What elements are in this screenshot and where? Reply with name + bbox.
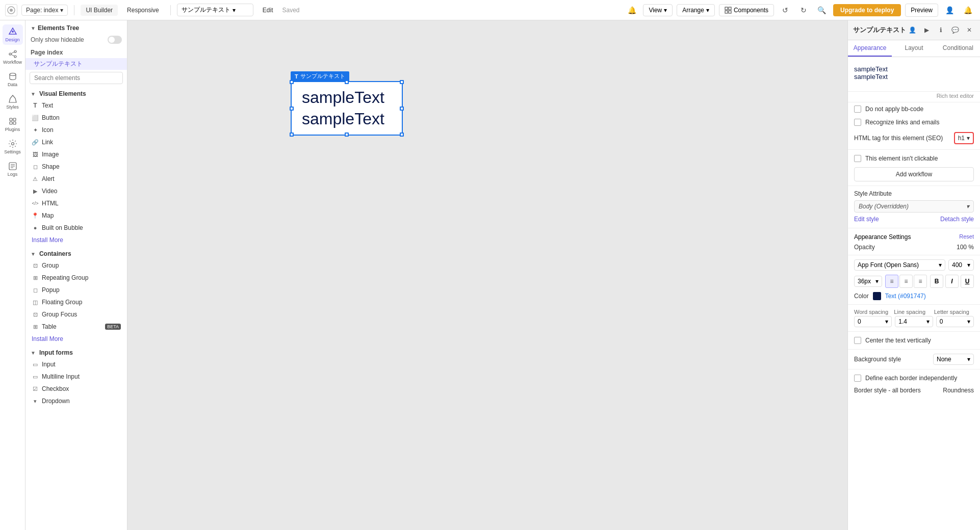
sidebar-item-logs[interactable]: Logs xyxy=(3,159,23,179)
element-repeating-group[interactable]: ⊞ Repeating Group xyxy=(25,272,127,284)
topbar-view-btn[interactable]: View ▾ xyxy=(643,4,673,16)
rp-info-icon[interactable]: ℹ xyxy=(935,24,946,36)
sidebar-item-settings[interactable]: Settings xyxy=(3,137,23,157)
rp-recognize-links-row[interactable]: Recognize links and emails xyxy=(848,116,980,129)
element-html[interactable]: </> HTML xyxy=(25,197,127,209)
resize-handle-bottom-left[interactable] xyxy=(290,132,294,137)
visual-elements-header[interactable]: ▼ Visual Elements xyxy=(25,86,127,99)
rp-tab-layout[interactable]: Layout xyxy=(892,40,936,57)
color-swatch[interactable] xyxy=(873,292,881,300)
resize-handle-top-right[interactable] xyxy=(400,80,404,84)
element-input[interactable]: ▭ Input xyxy=(25,358,127,370)
install-more-visual-btn[interactable]: Install More xyxy=(25,234,127,246)
rp-user-icon[interactable]: 👤 xyxy=(907,24,918,36)
topbar-tab-ui-builder[interactable]: UI Builder xyxy=(81,5,118,16)
font-family-select[interactable]: App Font (Open Sans) ▾ xyxy=(854,259,945,271)
resize-handle-middle-right[interactable] xyxy=(400,107,404,111)
color-value-link[interactable]: Text (#091747) xyxy=(885,293,926,300)
element-dropdown[interactable]: ▾ Dropdown xyxy=(25,395,127,407)
resize-handle-bottom-right[interactable] xyxy=(400,132,404,137)
element-icon[interactable]: ✦ Icon xyxy=(25,124,127,136)
bb-code-checkbox[interactable] xyxy=(854,105,861,113)
edit-style-link[interactable]: Edit style xyxy=(854,216,879,223)
element-alert[interactable]: ⚠ Alert xyxy=(25,173,127,185)
element-group-focus[interactable]: ⊡ Group Focus xyxy=(25,308,127,321)
element-floating-group[interactable]: ◫ Floating Group xyxy=(25,296,127,308)
template-selector[interactable]: サンプルテキスト ▾ xyxy=(177,4,253,16)
topbar-user-icon[interactable]: 👤 xyxy=(942,3,957,17)
background-style-select[interactable]: None ▾ xyxy=(933,354,974,365)
topbar-search-icon[interactable]: 🔍 xyxy=(815,3,829,17)
element-group[interactable]: ⊡ Group xyxy=(25,259,127,272)
sidebar-item-data[interactable]: Data xyxy=(3,69,23,90)
topbar-edit-btn[interactable]: Edit xyxy=(257,5,278,16)
resize-handle-top-left[interactable] xyxy=(290,80,294,84)
define-border-checkbox[interactable] xyxy=(854,375,861,382)
element-table[interactable]: ⊞ Table BETA xyxy=(25,321,127,333)
rp-rich-text-editor-link[interactable]: Rich text editor xyxy=(848,92,980,102)
rp-not-clickable-row[interactable]: This element isn't clickable xyxy=(848,152,980,165)
install-more-containers-btn[interactable]: Install More xyxy=(25,333,127,345)
search-input[interactable] xyxy=(30,72,123,84)
hideable-toggle[interactable] xyxy=(108,36,122,44)
html-tag-select[interactable]: h1 ▾ xyxy=(954,132,974,144)
topbar-tab-responsive[interactable]: Responsive xyxy=(122,5,164,16)
element-built-on-bubble[interactable]: ● Built on Bubble xyxy=(25,222,127,234)
sidebar-item-styles[interactable]: Styles xyxy=(3,92,23,112)
element-multiline-input[interactable]: ▭ Multiline Input xyxy=(25,370,127,383)
sidebar-item-design[interactable]: Design xyxy=(3,24,23,45)
page-selector[interactable]: Page: index ▾ xyxy=(21,5,68,16)
sidebar-item-plugins[interactable]: Plugins xyxy=(3,114,23,135)
word-spacing-input[interactable]: 0 ▾ xyxy=(854,316,892,327)
add-workflow-button[interactable]: Add workflow xyxy=(854,167,974,181)
align-left-btn[interactable]: ≡ xyxy=(885,275,898,288)
element-checkbox[interactable]: ☑ Checkbox xyxy=(25,383,127,395)
preview-button[interactable]: Preview xyxy=(905,4,938,17)
canvas-element[interactable]: sampleText sampleText xyxy=(291,81,403,136)
element-link[interactable]: 🔗 Link xyxy=(25,136,127,148)
underline-btn[interactable]: U xyxy=(961,275,974,288)
resize-handle-middle-left[interactable] xyxy=(290,107,294,111)
element-text[interactable]: T Text xyxy=(25,99,127,112)
appearance-reset-link[interactable]: Reset xyxy=(959,233,974,241)
element-shape[interactable]: ◻ Shape xyxy=(25,161,127,173)
not-clickable-checkbox[interactable] xyxy=(854,155,861,162)
topbar-undo-icon[interactable]: ↺ xyxy=(778,3,792,17)
font-size-input[interactable]: 36px ▾ xyxy=(854,276,882,287)
containers-header[interactable]: ▼ Containers xyxy=(25,246,127,259)
detach-style-link[interactable]: Detach style xyxy=(940,216,974,223)
element-video[interactable]: ▶ Video xyxy=(25,185,127,197)
center-vertically-checkbox[interactable] xyxy=(854,337,861,344)
bold-btn[interactable]: B xyxy=(930,275,943,288)
rp-tab-conditional[interactable]: Conditional xyxy=(936,40,980,57)
align-center-btn[interactable]: ≡ xyxy=(899,275,913,288)
italic-btn[interactable]: I xyxy=(945,275,959,288)
element-popup[interactable]: ◻ Popup xyxy=(25,284,127,296)
input-forms-header[interactable]: ▼ Input forms xyxy=(25,345,127,358)
line-spacing-input[interactable]: 1.4 ▾ xyxy=(895,316,933,327)
resize-handle-top-center[interactable] xyxy=(345,80,349,84)
element-map[interactable]: 📍 Map xyxy=(25,209,127,222)
rp-play-icon[interactable]: ▶ xyxy=(921,24,932,36)
sidebar-item-workflow[interactable]: Workflow xyxy=(3,47,23,67)
topbar-arrange-btn[interactable]: Arrange ▾ xyxy=(677,4,715,16)
upgrade-button[interactable]: Upgrade to deploy xyxy=(833,4,901,16)
font-weight-select[interactable]: 400 ▾ xyxy=(948,259,974,271)
topbar-components-btn[interactable]: Components xyxy=(719,4,774,16)
rp-chat-icon[interactable]: 💬 xyxy=(949,24,961,36)
topbar-redo-icon[interactable]: ↻ xyxy=(796,3,811,17)
canvas[interactable]: T サンプルテキスト sampleText sampleText xyxy=(127,20,847,530)
style-dropdown[interactable]: Body (Overridden) ▾ xyxy=(854,200,974,213)
topbar-bell-icon[interactable]: 🔔 xyxy=(625,3,639,17)
rp-define-border-row[interactable]: Define each border independently xyxy=(848,372,980,385)
rp-close-icon[interactable]: ✕ xyxy=(964,24,975,36)
topbar-notification-icon[interactable]: 🔔 xyxy=(961,3,975,17)
align-right-btn[interactable]: ≡ xyxy=(914,275,927,288)
letter-spacing-input[interactable]: 0 ▾ xyxy=(936,316,974,327)
elements-tree-header[interactable]: ▼ Elements Tree xyxy=(25,20,127,34)
rp-center-vertically-row[interactable]: Center the text vertically xyxy=(848,334,980,347)
page-item-sample[interactable]: サンプルテキスト xyxy=(25,58,127,70)
rp-bb-code-row[interactable]: Do not apply bb-code xyxy=(848,102,980,116)
rp-tab-appearance[interactable]: Appearance xyxy=(848,40,892,57)
element-image[interactable]: 🖼 Image xyxy=(25,148,127,161)
